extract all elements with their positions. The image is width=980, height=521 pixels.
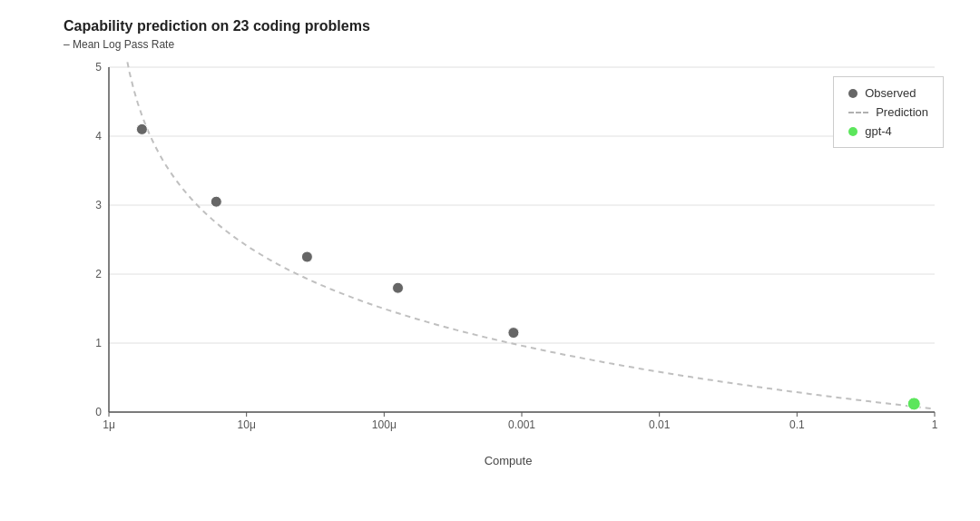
svg-point-30 xyxy=(301,251,312,262)
svg-text:1μ: 1μ xyxy=(103,418,115,431)
svg-text:3: 3 xyxy=(95,199,102,211)
legend-observed: Observed xyxy=(848,86,928,100)
legend-observed-label: Observed xyxy=(865,86,916,100)
chart-container: Capability prediction on 23 coding probl… xyxy=(0,0,980,521)
svg-text:4: 4 xyxy=(95,130,102,143)
svg-text:100μ: 100μ xyxy=(372,418,397,431)
observed-dot-icon xyxy=(848,89,858,98)
svg-text:0.001: 0.001 xyxy=(508,418,535,431)
prediction-dash-icon xyxy=(848,112,868,113)
legend-gpt4-label: gpt-4 xyxy=(865,124,892,138)
chart-title: Capability prediction on 23 coding probl… xyxy=(64,18,953,34)
svg-text:1: 1 xyxy=(95,337,102,349)
svg-text:0.01: 0.01 xyxy=(649,418,671,431)
svg-text:0.1: 0.1 xyxy=(789,418,805,431)
y-axis-label: – Mean Log Pass Rate xyxy=(64,38,953,51)
legend-prediction: Prediction xyxy=(848,105,928,119)
svg-point-33 xyxy=(907,398,920,410)
chart-svg: 0123451μ10μ100μ0.0010.010.11 xyxy=(64,58,953,448)
svg-text:5: 5 xyxy=(95,61,102,74)
svg-text:0: 0 xyxy=(95,406,102,418)
svg-text:10μ: 10μ xyxy=(238,418,256,431)
svg-point-29 xyxy=(211,196,221,207)
legend-gpt4: gpt-4 xyxy=(848,124,928,138)
svg-text:2: 2 xyxy=(95,268,102,280)
legend: Observed Prediction gpt-4 xyxy=(833,76,944,148)
x-axis-label: Compute xyxy=(64,454,953,467)
legend-prediction-label: Prediction xyxy=(876,105,928,119)
gpt4-dot-icon xyxy=(848,127,858,136)
svg-point-28 xyxy=(136,123,147,134)
svg-point-31 xyxy=(393,282,404,293)
svg-text:1: 1 xyxy=(932,418,938,431)
chart-area: 0123451μ10μ100μ0.0010.010.11 Observed Pr… xyxy=(64,58,953,448)
svg-point-32 xyxy=(508,328,519,339)
